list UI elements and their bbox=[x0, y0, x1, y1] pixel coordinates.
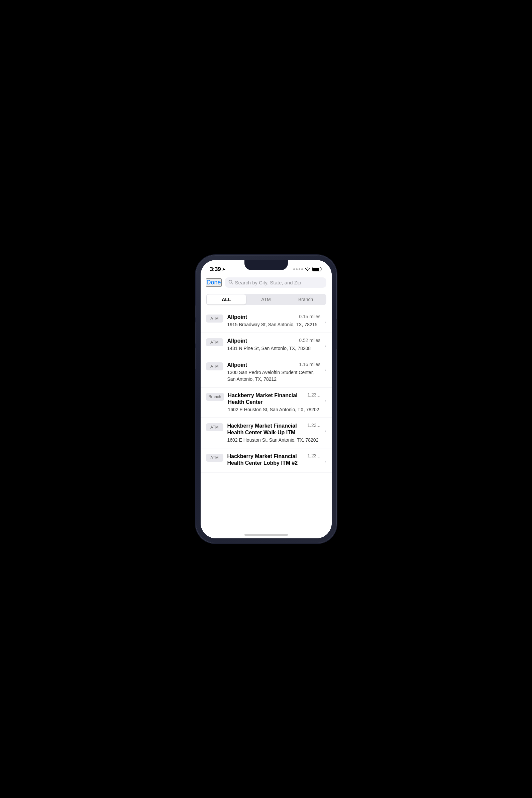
mute-button bbox=[195, 305, 196, 317]
home-bar bbox=[244, 534, 288, 536]
type-badge-atm: ATM bbox=[206, 315, 223, 322]
location-info: Allpoint 0.52 miles 1431 N Pine St, San … bbox=[227, 338, 321, 352]
location-name: Allpoint bbox=[227, 314, 297, 320]
list-item[interactable]: ATM Hackberry Market Financial Health Ce… bbox=[201, 448, 332, 472]
location-info: Hackberry Market Financial Health Center… bbox=[227, 453, 321, 467]
phone-device: 3:39 ➤ bbox=[196, 255, 336, 543]
header: Done Search by City, State, and Zip bbox=[201, 275, 332, 291]
location-name: Hackberry Market Financial Health Center bbox=[228, 392, 305, 405]
location-info: Allpoint 1.16 miles 1300 San Pedro Avelo… bbox=[227, 362, 321, 383]
location-distance: 1.16 miles bbox=[299, 362, 320, 367]
status-time: 3:39 bbox=[210, 266, 221, 273]
location-name: Hackberry Market Financial Health Center… bbox=[227, 453, 305, 466]
list-item[interactable]: ATM Allpoint 0.15 miles 1915 Broadway St… bbox=[201, 309, 332, 333]
status-icons bbox=[293, 267, 322, 272]
list-item[interactable]: Branch Hackberry Market Financial Health… bbox=[201, 387, 332, 418]
power-button bbox=[336, 319, 337, 349]
chevron-right-icon: › bbox=[324, 423, 326, 434]
chevron-right-icon: › bbox=[324, 338, 326, 349]
chevron-right-icon: › bbox=[324, 314, 326, 325]
search-placeholder: Search by City, State, and Zip bbox=[235, 280, 301, 285]
location-address: 1431 N Pine St, San Antonio, TX, 78208 bbox=[227, 345, 321, 352]
location-distance: 1.23... bbox=[307, 453, 320, 458]
filter-tabs: ALL ATM Branch bbox=[206, 294, 326, 305]
search-bar[interactable]: Search by City, State, and Zip bbox=[225, 277, 326, 288]
location-distance: 0.15 miles bbox=[299, 314, 320, 319]
location-distance: 1.23... bbox=[307, 392, 320, 397]
signal-icon bbox=[293, 268, 303, 270]
location-info: Hackberry Market Financial Health Center… bbox=[228, 392, 321, 413]
phone-screen: 3:39 ➤ bbox=[201, 260, 332, 538]
tab-all[interactable]: ALL bbox=[207, 294, 246, 304]
chevron-right-icon: › bbox=[324, 392, 326, 404]
location-distance: 0.52 miles bbox=[299, 338, 320, 343]
location-arrow-icon: ➤ bbox=[222, 267, 226, 272]
list-item[interactable]: ATM Hackberry Market Financial Health Ce… bbox=[201, 418, 332, 448]
location-info: Allpoint 0.15 miles 1915 Broadway St, Sa… bbox=[227, 314, 321, 328]
battery-icon bbox=[312, 267, 322, 271]
screen-content: 3:39 ➤ bbox=[201, 260, 332, 538]
volume-down-button bbox=[195, 348, 196, 369]
tab-branch[interactable]: Branch bbox=[286, 294, 326, 304]
type-badge-branch: Branch bbox=[206, 393, 224, 401]
location-name: Allpoint bbox=[227, 338, 297, 344]
svg-line-1 bbox=[231, 283, 233, 284]
type-badge-atm: ATM bbox=[206, 363, 223, 370]
location-name: Hackberry Market Financial Health Center… bbox=[227, 423, 305, 435]
search-icon bbox=[228, 280, 233, 285]
tab-atm[interactable]: ATM bbox=[246, 294, 286, 304]
location-address: 1602 E Houston St, San Antonio, TX, 7820… bbox=[227, 437, 321, 444]
type-badge-atm: ATM bbox=[206, 338, 223, 346]
done-button[interactable]: Done bbox=[206, 278, 222, 287]
volume-up-button bbox=[195, 322, 196, 344]
location-list: ATM Allpoint 0.15 miles 1915 Broadway St… bbox=[201, 309, 332, 532]
notch bbox=[244, 260, 288, 270]
list-item[interactable]: ATM Allpoint 1.16 miles 1300 San Pedro A… bbox=[201, 357, 332, 387]
wifi-icon bbox=[305, 267, 310, 272]
location-distance: 1.23... bbox=[307, 423, 320, 428]
location-address: 1915 Broadway St, San Antonio, TX, 78215 bbox=[227, 321, 321, 328]
chevron-right-icon: › bbox=[324, 362, 326, 373]
type-badge-atm: ATM bbox=[206, 423, 223, 431]
chevron-right-icon: › bbox=[324, 453, 326, 464]
list-item[interactable]: ATM Allpoint 0.52 miles 1431 N Pine St, … bbox=[201, 333, 332, 357]
location-name: Allpoint bbox=[227, 362, 297, 368]
type-badge-atm: ATM bbox=[206, 454, 223, 462]
home-indicator bbox=[201, 532, 332, 538]
location-info: Hackberry Market Financial Health Center… bbox=[227, 423, 321, 443]
location-address: 1602 E Houston St, San Antonio, TX, 7820… bbox=[228, 407, 321, 413]
location-address: 1300 San Pedro Aveloftin Student Center,… bbox=[227, 369, 321, 383]
